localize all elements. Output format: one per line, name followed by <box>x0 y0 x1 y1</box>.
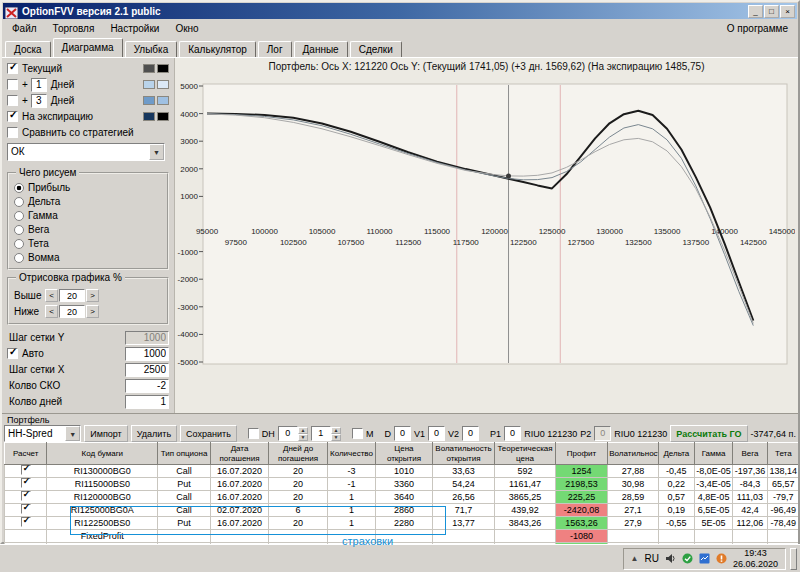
grid-step-x-input[interactable] <box>125 363 169 377</box>
decrement-button[interactable]: < <box>45 305 58 318</box>
dh-checkbox[interactable] <box>248 428 259 439</box>
decrement-button[interactable]: < <box>45 289 58 302</box>
chevron-down-icon[interactable]: ▼ <box>65 426 80 441</box>
column-header[interactable]: Волатильность открытия <box>432 443 495 465</box>
calc-margin-button[interactable]: Рассчитать ГО <box>670 425 747 442</box>
draw-option[interactable]: Вега <box>14 223 162 236</box>
show-desktop-button[interactable] <box>790 548 797 570</box>
menu-item[interactable]: Файл <box>4 22 45 35</box>
plus3-toggle[interactable]: + Дней <box>7 93 169 108</box>
row-checkbox[interactable] <box>21 478 31 488</box>
spin-down-icon[interactable]: ▼ <box>331 434 341 441</box>
hidden-icons-chevron[interactable]: ▲ <box>631 554 639 563</box>
checkbox-icon[interactable] <box>7 348 18 359</box>
import-button[interactable]: Импорт <box>84 425 127 442</box>
taskbar: ▲ RU 19:43 26.06.2020 <box>0 544 800 572</box>
trading-app-icon[interactable] <box>699 550 710 568</box>
portfolio-select[interactable]: НН-Spred ▼ <box>4 425 81 442</box>
spin-down-icon[interactable]: ▼ <box>298 434 308 441</box>
column-header[interactable]: Теоретическая цена <box>495 443 556 465</box>
delete-button[interactable]: Удалить <box>131 425 177 442</box>
compare-toggle[interactable]: Сравнить со стратегией <box>7 125 169 140</box>
data-cell: 20 <box>269 465 328 478</box>
m-checkbox[interactable] <box>352 428 363 439</box>
chevron-down-icon[interactable]: ▼ <box>149 144 164 160</box>
data-cell: 3360 <box>376 478 432 491</box>
row-checkbox[interactable] <box>21 517 31 527</box>
grid-step-y-input[interactable] <box>125 331 169 345</box>
column-header[interactable]: Дата погашения <box>210 443 269 465</box>
language-indicator[interactable]: RU <box>645 553 659 564</box>
d-input[interactable]: 0 <box>394 426 411 441</box>
row-checkbox[interactable] <box>21 504 31 514</box>
payoff-chart[interactable]: 50004000300020001000-1000-2000-3000-4000… <box>175 74 795 376</box>
column-header[interactable]: Тета <box>767 443 798 465</box>
table-row[interactable]: RI120000BG0Call16.07.2020201364026,56386… <box>5 491 799 504</box>
table-row[interactable]: FixedProfit-1080 <box>5 530 799 543</box>
p2-input[interactable]: 0 <box>594 426 611 441</box>
tab-item[interactable]: Улыбка <box>125 41 178 57</box>
draw-option[interactable]: Тета <box>14 237 162 250</box>
column-header[interactable]: Цена открытия <box>376 443 432 465</box>
draw-option[interactable]: Вомма <box>14 251 162 264</box>
tab-item[interactable]: Калькулятор <box>179 41 256 57</box>
tab-item[interactable]: Данные <box>294 41 348 57</box>
sko-count-input[interactable] <box>125 379 169 393</box>
maximize-button[interactable]: □ <box>764 5 779 18</box>
save-button[interactable]: Сохранить <box>180 425 237 442</box>
menu-item[interactable]: Настройки <box>102 22 167 35</box>
draw-option[interactable]: Дельта <box>14 195 162 208</box>
row-checkbox[interactable] <box>21 465 31 475</box>
data-cell: 28,59 <box>608 491 658 504</box>
column-header[interactable]: Дней до погашения <box>269 443 328 465</box>
v1-input[interactable]: 0 <box>428 426 445 441</box>
dh-spinner-2[interactable]: 1▲▼ <box>311 426 341 441</box>
current-toggle[interactable]: Текущий <box>7 61 169 76</box>
menu-item[interactable]: Окно <box>167 22 206 35</box>
column-header[interactable]: Дельта <box>658 443 694 465</box>
antivirus-icon[interactable] <box>682 550 693 568</box>
table-row[interactable]: RI125000BG0ACall02.07.202061286071,7439,… <box>5 504 799 517</box>
close-button[interactable]: × <box>780 5 795 18</box>
plus1-days-input[interactable] <box>31 78 47 92</box>
spin-up-icon[interactable]: ▲ <box>331 427 341 434</box>
strategy-select[interactable]: ОК ▼ <box>7 143 165 161</box>
column-header[interactable]: Количество <box>327 443 375 465</box>
volume-icon[interactable] <box>665 550 676 568</box>
menu-item[interactable]: Торговля <box>45 22 103 35</box>
column-header[interactable]: Код бумаги <box>47 443 158 465</box>
dh-spinner-1[interactable]: 0▲▼ <box>278 426 308 441</box>
plus3-days-input[interactable] <box>31 94 47 108</box>
column-header[interactable]: Тип опциона <box>158 443 210 465</box>
days-count-input[interactable] <box>125 395 169 409</box>
column-header[interactable]: Профит <box>555 443 607 465</box>
column-header[interactable]: Гамма <box>694 443 732 465</box>
increment-button[interactable]: > <box>86 305 99 318</box>
v2-input[interactable]: 0 <box>462 426 479 441</box>
column-header[interactable]: Волатильность <box>608 443 658 465</box>
tab-item[interactable]: Сделки <box>350 41 402 57</box>
draw-option[interactable]: Гамма <box>14 209 162 222</box>
clock[interactable]: 19:43 26.06.2020 <box>733 548 778 570</box>
spin-up-icon[interactable]: ▲ <box>298 427 308 434</box>
minimize-button[interactable]: _ <box>748 5 763 18</box>
draw-option[interactable]: Прибыль <box>14 181 162 194</box>
increment-button[interactable]: > <box>86 289 99 302</box>
expiration-toggle[interactable]: На экспирацию <box>7 109 169 124</box>
table-row[interactable]: RI130000BG0Call16.07.202020-3101033,6359… <box>5 465 799 478</box>
update-icon[interactable] <box>716 550 727 568</box>
menu-about[interactable]: О программе <box>719 22 796 35</box>
table-row[interactable]: RI115000BS0Put16.07.202020-1336054,24116… <box>5 478 799 491</box>
tab-item[interactable]: Диаграмма <box>53 38 123 57</box>
data-cell: Call <box>158 465 210 478</box>
tab-item[interactable]: Лог <box>258 41 292 57</box>
row-checkbox[interactable] <box>21 491 31 501</box>
data-cell: 1161,47 <box>495 478 556 491</box>
auto-value-input[interactable] <box>125 347 169 361</box>
tab-item[interactable]: Доска <box>5 41 51 57</box>
p1-input[interactable]: 0 <box>504 426 521 441</box>
plus1-toggle[interactable]: + Дней <box>7 77 169 92</box>
column-header[interactable]: Вега <box>733 443 767 465</box>
column-header[interactable]: Расчет <box>5 443 47 465</box>
table-row[interactable]: RI122500BS0Put16.07.2020201228013,773843… <box>5 517 799 530</box>
